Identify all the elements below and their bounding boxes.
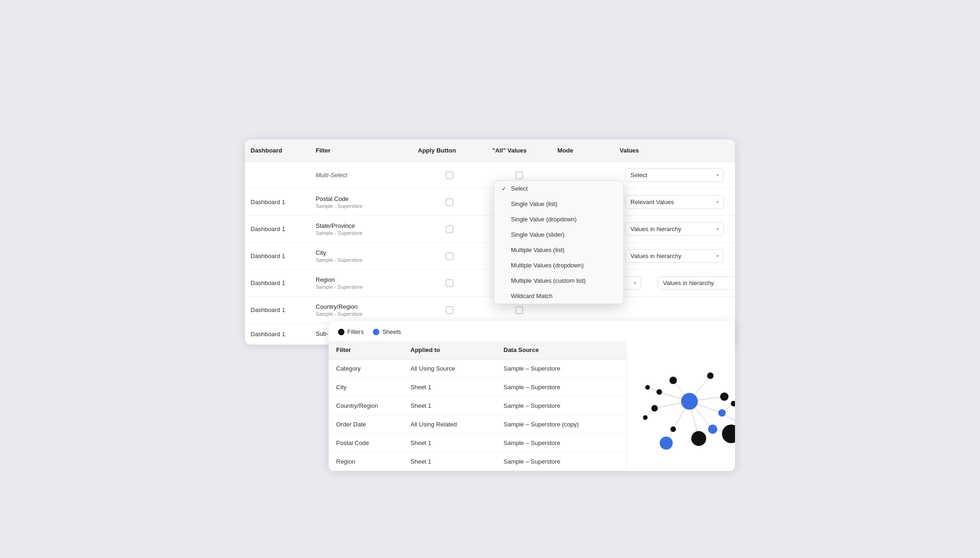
bottom-card-header: Filters Sheets — [329, 321, 735, 341]
dropdown-item-single-slider[interactable]: Single Value (slider) — [494, 227, 623, 242]
bt-cell-datasource: Sample – Superstore — [496, 434, 626, 452]
dropdown-item-single-list[interactable]: Single Value (list) — [494, 196, 623, 212]
cell-apply — [412, 300, 487, 320]
bottom-content: Filter Applied to Data Source Category A… — [329, 341, 735, 471]
bt-cell-datasource: Sample – Superstore — [496, 378, 626, 396]
cell-values: Relevant Values ▾ — [614, 189, 735, 215]
cell-values — [614, 304, 735, 317]
values-dropdown-relevant[interactable]: Relevant Values ▾ — [625, 195, 724, 209]
cell-apply — [412, 273, 487, 293]
bt-cell-applied: Sheet 1 — [403, 397, 496, 415]
values-dropdown-hierarchy3[interactable]: Values in hierarchy ▾ — [658, 276, 735, 290]
cell-dashboard: Dashboard 1 — [245, 246, 310, 266]
table-row: Multi-Select Select ▾ — [245, 162, 735, 189]
apply-checkbox[interactable] — [446, 279, 453, 287]
dropdown-item-label: Single Value (list) — [511, 200, 557, 207]
bottom-table: Filter Applied to Data Source Category A… — [329, 341, 627, 471]
allvalues-checkbox[interactable] — [516, 306, 523, 314]
bt-col-filter: Filter — [329, 341, 403, 359]
cell-mode — [552, 304, 614, 317]
bt-row: City Sheet 1 Sample – Superstore — [329, 378, 626, 397]
chevron-down-icon: ▾ — [716, 253, 719, 259]
chevron-down-icon: ▾ — [716, 199, 719, 205]
bt-cell-filter: Postal Code — [329, 434, 403, 452]
bt-cell-filter: Order Date — [329, 415, 403, 433]
node-blue — [708, 425, 717, 434]
bt-row: Category All Using Source Sample – Super… — [329, 359, 626, 378]
cell-dashboard: Dashboard 1 — [245, 324, 310, 344]
node-black-large — [691, 431, 706, 446]
bt-cell-datasource: Sample – Superstore — [496, 359, 626, 378]
cell-apply — [412, 192, 487, 213]
cell-apply — [412, 165, 487, 186]
col-header-mode: Mode — [552, 140, 614, 161]
apply-checkbox[interactable] — [446, 252, 453, 260]
cell-apply — [412, 246, 487, 266]
table-row: Dashboard 1 Region Sample - Superstore M… — [245, 270, 735, 297]
sheets-dot — [373, 329, 379, 335]
dropdown-item-select[interactable]: ✓ Select — [494, 181, 623, 196]
bt-row: Order Date All Using Related Sample – Su… — [329, 415, 626, 434]
dropdown-item-wildcard[interactable]: Wildcard Match — [494, 288, 623, 304]
col-header-all-values: "All" Values — [487, 140, 552, 161]
dropdown-item-label: Multiple Values (list) — [511, 246, 564, 253]
cell-filter: Postal Code Sample - Superstore — [310, 189, 412, 215]
bt-cell-applied: Sheet 1 — [403, 378, 496, 396]
cell-values: Values in hierarchy ▾ — [614, 216, 735, 242]
legend-sheets: Sheets — [373, 328, 401, 335]
bt-cell-filter: City — [329, 378, 403, 396]
node-black — [669, 377, 677, 384]
cell-mode — [552, 169, 614, 182]
node-black — [643, 415, 648, 420]
bt-cell-filter: Region — [329, 452, 403, 471]
apply-checkbox[interactable] — [446, 226, 453, 233]
apply-checkbox[interactable] — [446, 199, 453, 206]
legend-filters: Filters — [338, 328, 364, 335]
node-blue-main — [681, 393, 698, 410]
dropdown-item-label: Single Value (dropdown) — [511, 216, 576, 223]
cell-values: Values in hierarchy ▾ — [647, 270, 735, 296]
cell-filter: Region Sample - Superstore — [310, 270, 412, 296]
values-dropdown-select[interactable]: Select ▾ — [625, 168, 724, 182]
node-blue — [660, 437, 673, 450]
col-header-apply: Apply Button — [412, 140, 487, 161]
dropdown-item-label: Multiple Values (dropdown) — [511, 262, 584, 269]
col-header-dashboard: Dashboard — [245, 140, 310, 161]
cell-dashboard: Dashboard 1 — [245, 300, 310, 320]
dropdown-item-label: Multiple Values (custom list) — [511, 277, 586, 284]
legend-sheets-label: Sheets — [382, 328, 401, 335]
bt-cell-applied: All Using Source — [403, 359, 496, 378]
network-graph-panel — [627, 341, 735, 471]
node-black — [645, 385, 650, 390]
cell-filter: Country/Region Sample - Superstore — [310, 297, 412, 323]
dropdown-item-multi-list[interactable]: Multiple Values (list) — [494, 242, 623, 258]
dropdown-item-label: Select — [511, 185, 528, 192]
bt-cell-datasource: Sample – Superstore (copy) — [496, 415, 626, 433]
cell-filter: City Sample - Superstore — [310, 243, 412, 269]
apply-checkbox[interactable] — [446, 306, 453, 314]
cell-values: Values in hierarchy ▾ — [614, 243, 735, 269]
table-header: Dashboard Filter Apply Button "All" Valu… — [245, 140, 735, 162]
legend-filters-label: Filters — [347, 328, 364, 335]
dropdown-item-multi-custom[interactable]: Multiple Values (custom list) — [494, 273, 623, 288]
node-black — [720, 392, 728, 401]
cell-dashboard: Dashboard 1 — [245, 219, 310, 239]
node-black — [670, 426, 676, 432]
allvalues-checkbox[interactable] — [516, 172, 523, 179]
values-dropdown-hierarchy2[interactable]: Values in hierarchy ▾ — [625, 249, 724, 263]
bt-cell-applied: Sheet 1 — [403, 452, 496, 471]
values-dropdown-label: Relevant Values — [630, 199, 674, 206]
values-dropdown-hierarchy1[interactable]: Values in hierarchy ▾ — [625, 222, 724, 236]
checkmark-icon: ✓ — [502, 186, 508, 192]
values-dropdown-label: Values in hierarchy — [663, 279, 714, 286]
cell-values: Select ▾ — [614, 162, 735, 188]
apply-checkbox[interactable] — [446, 172, 453, 179]
dropdown-item-multi-dropdown[interactable]: Multiple Values (dropdown) — [494, 258, 623, 273]
table-row: Dashboard 1 City Sample - Superstore Val… — [245, 243, 735, 270]
dropdown-item-single-dropdown[interactable]: Single Value (dropdown) — [494, 212, 623, 227]
chevron-down-icon: ▾ — [716, 173, 719, 178]
table-row: Dashboard 1 Country/Region Sample - Supe… — [245, 297, 735, 324]
cell-dashboard — [245, 169, 310, 182]
bt-row: Postal Code Sheet 1 Sample – Superstore — [329, 434, 626, 452]
chevron-down-icon: ▾ — [716, 226, 719, 232]
